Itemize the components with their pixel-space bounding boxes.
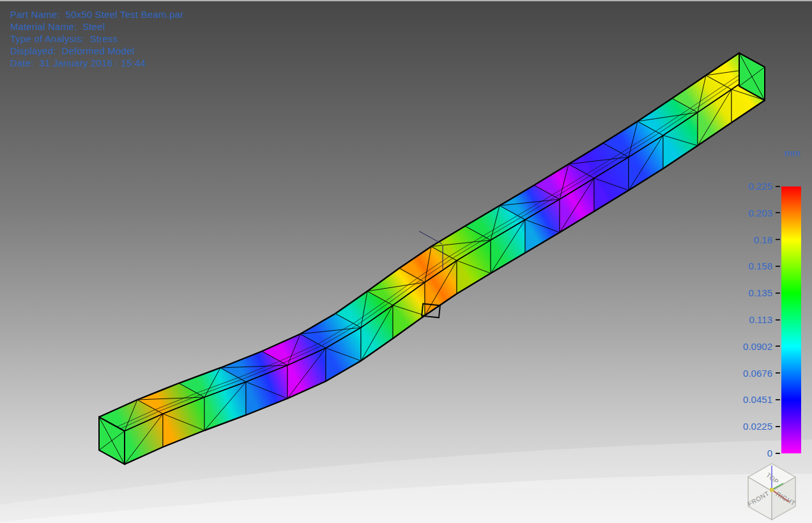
legend-tick-value: 0.158 xyxy=(748,261,772,271)
info-displayed: Displayed: Deformed Model xyxy=(10,45,183,57)
legend-tick-mark xyxy=(776,239,780,240)
legend-tick-value: 0.0902 xyxy=(743,341,772,352)
legend-unit-label: mm xyxy=(785,148,801,158)
legend-tick-value: 0.0676 xyxy=(743,368,772,379)
info-date: Date: 31 January 2016 : 15:44 xyxy=(10,57,183,69)
legend-tick-mark xyxy=(776,453,780,454)
legend-tick-mark xyxy=(776,212,780,213)
legend-tick-mark xyxy=(776,292,780,294)
legend-tick-value: 0.0451 xyxy=(743,394,772,405)
legend-tick-mark xyxy=(776,186,780,187)
legend-tick-mark xyxy=(776,372,780,374)
view-cube-origin-dot xyxy=(770,488,774,492)
legend-tick-mark xyxy=(776,345,780,347)
legend-tick-row: 0.113 xyxy=(721,314,780,325)
application-window: TOP FRONT RIGHT Part Name: 50x50 Steel T… xyxy=(0,0,812,523)
legend-tick-value: 0.113 xyxy=(749,314,772,325)
legend-tick-row: 0.0902 xyxy=(721,341,780,352)
deformed-beam-model[interactable] xyxy=(99,53,765,464)
info-material-name: Material Name: Steel xyxy=(10,20,183,33)
legend-tick-value: 0.225 xyxy=(748,181,772,192)
legend-tick-row: 0.0676 xyxy=(721,368,780,379)
legend-tick-value: 0.203 xyxy=(748,208,772,218)
legend-tick-value: 0.0225 xyxy=(743,421,772,432)
legend-tick-row: 0 xyxy=(721,448,780,459)
info-part-name: Part Name: 50x50 Steel Test Beam.par xyxy=(10,8,183,20)
3d-viewport[interactable]: TOP FRONT RIGHT xyxy=(0,0,812,523)
legend-tick-row: 0.203 xyxy=(721,208,780,218)
legend-tick-row: 0.0225 xyxy=(721,421,780,432)
legend-tick-mark xyxy=(776,399,780,400)
legend-tick-value: 0.135 xyxy=(748,287,772,298)
legend-tick-row: 0.0451 xyxy=(721,394,780,405)
legend-tick-row: 0.18 xyxy=(721,234,780,245)
legend-tick-mark xyxy=(776,426,780,427)
legend-tick-value: 0 xyxy=(767,448,772,459)
legend-tick-mark xyxy=(776,319,780,321)
legend-tick-value: 0.18 xyxy=(754,234,772,245)
origin-triad-line xyxy=(419,231,442,244)
legend-tick-row: 0.158 xyxy=(721,261,780,271)
legend-tick-mark xyxy=(776,266,780,267)
legend-tick-row: 0.225 xyxy=(721,181,780,192)
legend-tick-row: 0.135 xyxy=(721,287,780,298)
analysis-info-block: Part Name: 50x50 Steel Test Beam.par Mat… xyxy=(10,8,183,69)
beam-back-edge xyxy=(99,53,739,417)
info-analysis-type: Type of Analysis: Stress xyxy=(10,33,183,45)
legend-gradient-bar xyxy=(781,186,801,453)
